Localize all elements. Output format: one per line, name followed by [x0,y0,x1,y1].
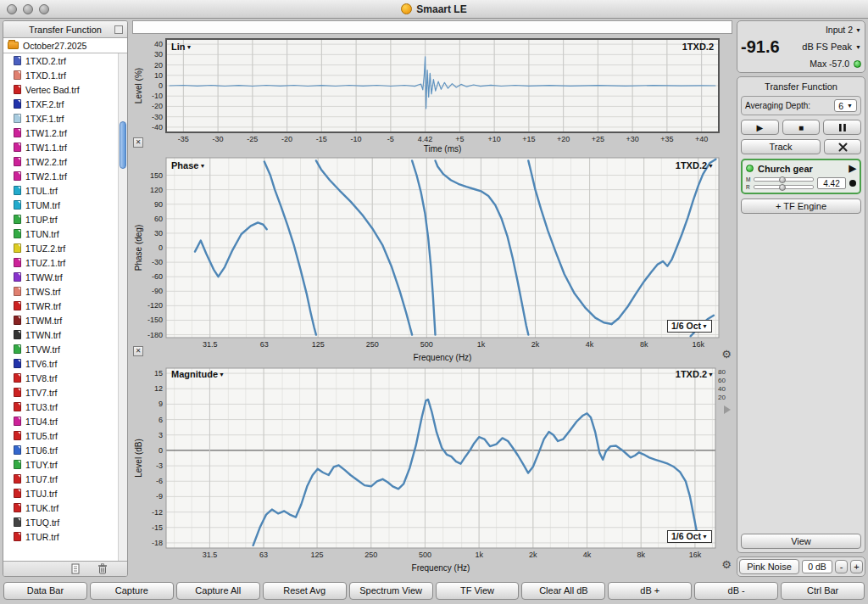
phase-trace-selector[interactable]: 1TXD.2▼ [676,160,714,171]
close-window-button[interactable] [7,4,17,14]
list-item[interactable]: 1TU6.trf [3,443,127,457]
list-item[interactable]: 1TXD.1.trf [3,68,127,82]
file-icon [14,489,21,498]
pink-noise-button[interactable]: Pink Noise [739,559,799,574]
file-icon [14,359,21,368]
toolbar-button-reset-avg[interactable]: Reset Avg [263,582,347,600]
list-item[interactable]: Vertec Bad.trf [3,82,127,97]
zoom-window-button[interactable] [39,4,49,14]
list-item[interactable]: 1TXD.2.trf [3,53,127,68]
list-item[interactable]: 1TUZ.1.trf [3,255,127,270]
list-item[interactable]: 1TU5.trf [3,428,127,443]
toolbar-button-spectrum-view[interactable]: Spectrum View [349,582,433,600]
list-item[interactable]: 1TU7.trf [3,472,127,486]
list-item[interactable]: 1TW1.1.trf [3,140,127,154]
track-button[interactable]: Track [741,139,821,154]
list-item[interactable]: 1TUZ.2.trf [3,241,127,255]
coherence-threshold-handle[interactable] [724,405,731,414]
measurement-level-slider[interactable] [754,177,814,182]
generator-level-field[interactable]: 0 dB [802,560,832,573]
list-item[interactable]: 1TUP.trf [3,212,127,226]
toolbar-button-ctrl-bar[interactable]: Ctrl Bar [781,582,865,600]
scrollbar-thumb[interactable] [120,121,126,169]
engine-name[interactable]: Church gear [758,164,813,174]
toolbar-button-clear-all-db[interactable]: Clear All dB [521,582,605,600]
impulse-close-button[interactable]: ✕ [133,137,143,148]
list-item[interactable]: 1TWR.trf [3,299,127,313]
list-item[interactable]: 1TUY.trf [3,457,127,472]
list-item[interactable]: 1TXF.2.trf [3,97,127,111]
svg-text:4.42: 4.42 [418,135,433,143]
level-decrement-button[interactable]: - [835,560,848,573]
magnitude-settings-gear-icon[interactable]: ⚙ [721,559,732,570]
view-button[interactable]: View [741,534,861,549]
meter-unit-selector[interactable]: dB FS Peak [802,42,852,52]
impulse-trace-label[interactable]: 1TXD.2 [682,42,714,52]
magnitude-trace-selector[interactable]: 1TXD.2▼ [676,369,714,379]
toolbar-button-data-bar[interactable]: Data Bar [3,582,87,600]
magnitude-type-selector[interactable]: Magnitude▼ [171,369,225,379]
toolbar-button-db[interactable]: dB + [608,582,692,600]
list-item[interactable]: 1TU3.trf [3,400,127,414]
phase-octave-smoothing-selector[interactable]: 1/6 Oct▼ [667,320,712,333]
phase-chart-canvas[interactable]: 1501209060300-30-60-90-120-150-18031.563… [132,154,732,363]
pause-button[interactable] [823,120,861,135]
list-item[interactable]: 1TW1.2.trf [3,126,127,140]
level-increment-button[interactable]: + [850,560,863,573]
list-item[interactable]: 1TV6.trf [3,356,127,371]
list-item[interactable]: 1TWN.trf [3,327,127,342]
folder-row[interactable]: October27.2025 [3,38,127,53]
list-item[interactable]: 1TV7.trf [3,385,127,400]
add-tf-engine-button[interactable]: + TF Engine [741,199,861,214]
svg-text:31.5: 31.5 [203,340,218,349]
magnitude-chart-canvas[interactable]: 15129630-3-6-9-12-15-1831.5631252505001k… [132,363,732,573]
list-item[interactable]: 1TUM.trf [3,198,127,212]
toolbar-button-capture-all[interactable]: Capture All [176,582,260,600]
impulse-chart-canvas[interactable]: 403020100-10-20-30-40-35-30-25-20-15-10-… [132,36,732,154]
toolbar-button-capture[interactable]: Capture [90,582,174,600]
toolbar-button-tf-view[interactable]: TF View [436,582,520,600]
phase-type-selector[interactable]: Phase▼ [171,160,205,171]
svg-text:31.5: 31.5 [203,551,218,559]
list-item[interactable]: 1TU4.trf [3,414,127,428]
averaging-depth-selector[interactable]: 6 ▼ [834,99,857,112]
impulse-type-selector[interactable]: Lin▼ [171,42,192,52]
list-item[interactable]: 1TW2.1.trf [3,169,127,183]
file-list-scrollbar[interactable] [118,53,127,561]
file-name: 1TU6.trf [25,445,58,456]
input-selector[interactable]: Input 2 [826,25,853,35]
list-item[interactable]: 1TWM.trf [3,313,127,327]
tools-button[interactable] [824,139,861,154]
delay-find-button[interactable] [849,180,856,187]
minimize-window-button[interactable] [23,4,33,14]
file-name: 1TUJ.trf [25,489,57,499]
engine-play-icon[interactable]: ▶ [849,163,856,174]
slider-thumb[interactable] [779,184,786,191]
trash-icon[interactable] [96,563,108,575]
list-item[interactable]: 1TWS.trf [3,284,127,299]
list-item[interactable]: 1TUK.trf [3,501,127,515]
magnitude-octave-smoothing-selector[interactable]: 1/6 Oct▼ [667,530,712,543]
list-item[interactable]: 1TV8.trf [3,371,127,385]
sidebar-collapse-button[interactable] [114,25,123,34]
toolbar-button-db[interactable]: dB - [694,582,778,600]
list-item[interactable]: 1TUJ.trf [3,486,127,501]
list-item[interactable]: 1TW2.2.trf [3,154,127,169]
list-item[interactable]: 1TUQ.trf [3,515,127,529]
stop-button[interactable]: ■ [782,120,821,135]
list-item[interactable]: 1TUN.trf [3,226,127,241]
list-item[interactable]: 1TVW.trf [3,342,127,356]
list-item[interactable]: 1TUL.trf [3,183,127,198]
file-icon [14,114,21,123]
list-item[interactable]: 1TUR.trf [3,529,127,544]
copy-icon[interactable] [70,563,82,575]
phase-close-button[interactable]: ✕ [133,346,143,356]
delay-value-field[interactable]: 4.42 [817,177,846,189]
list-item[interactable]: 1TWW.trf [3,270,127,284]
play-button[interactable]: ▶ [741,120,779,135]
reference-level-slider[interactable] [754,185,814,189]
phase-settings-gear-icon[interactable]: ⚙ [721,349,732,360]
slider-thumb[interactable] [779,176,786,183]
list-item[interactable]: 1TXF.1.trf [3,111,127,126]
svg-text:4k: 4k [583,551,592,559]
